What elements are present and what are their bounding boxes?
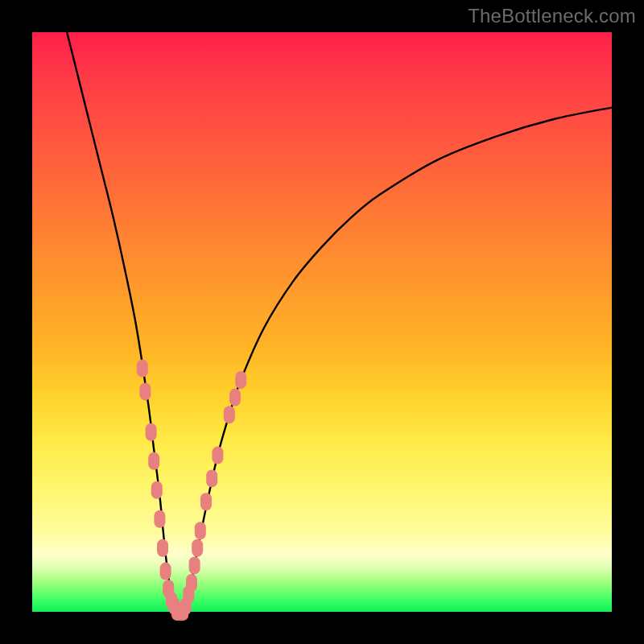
chart-svg [32,32,612,612]
marker-dot [206,469,217,487]
bottleneck-curve [67,32,612,614]
marker-dot [160,563,171,580]
marker-dot [148,452,159,470]
marker-dot [189,556,200,574]
marker-dot [186,574,197,592]
marker-dot [212,447,223,464]
marker-dot [137,360,148,378]
marker-dot [146,423,157,441]
marker-dot [195,522,206,539]
marker-dot [151,481,163,499]
plot-area [32,32,612,612]
marker-dot [224,406,235,423]
marker-dot [154,510,165,528]
marker-dot [229,389,241,407]
marker-dot [139,382,151,400]
curve-markers [137,360,246,621]
marker-dot [157,539,168,557]
marker-dot [192,539,203,557]
marker-dot [235,371,246,389]
outer-frame: TheBottleneck.com [0,0,644,644]
marker-dot [200,493,212,510]
watermark-text: TheBottleneck.com [468,5,636,27]
